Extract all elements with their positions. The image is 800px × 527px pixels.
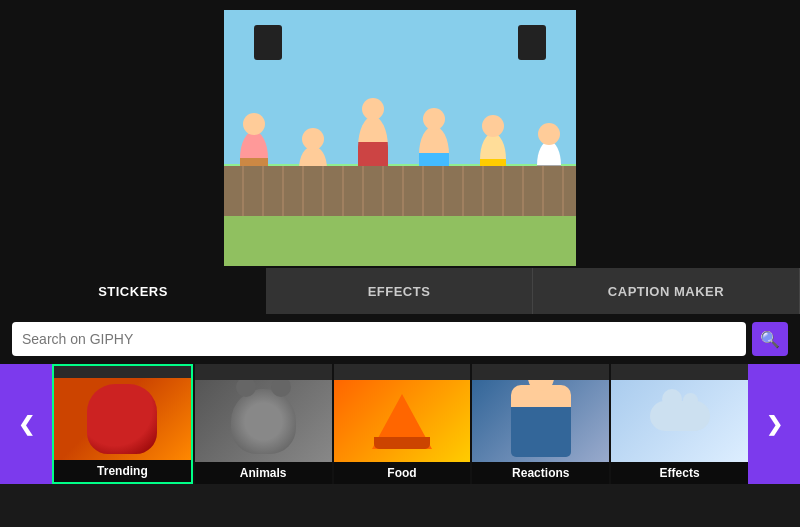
category-label-trending: Trending xyxy=(54,460,191,482)
search-input-wrap[interactable] xyxy=(12,322,746,356)
search-input[interactable] xyxy=(22,331,736,347)
animals-thumbnail-icon xyxy=(231,389,296,454)
tab-stickers[interactable]: STICKERS xyxy=(0,268,266,314)
tab-caption-maker[interactable]: CAPTION MAKER xyxy=(533,268,800,314)
reactions-thumbnail-icon xyxy=(511,385,571,457)
search-icon: 🔍 xyxy=(760,330,780,349)
categories-scroll: Trending Animals Food Reactions xyxy=(52,364,748,484)
category-thumb-food xyxy=(334,380,471,462)
category-item-reactions[interactable]: Reactions xyxy=(472,364,609,484)
category-thumb-effects xyxy=(611,380,748,462)
categories-row: ❮ Trending Animals Food xyxy=(0,364,800,484)
category-label-effects: Effects xyxy=(611,462,748,484)
cartoon-ground xyxy=(224,216,576,266)
category-item-effects[interactable]: Effects xyxy=(611,364,748,484)
cartoon-scene xyxy=(224,10,576,266)
effects-thumbnail-icon xyxy=(650,401,710,431)
category-label-reactions: Reactions xyxy=(472,462,609,484)
trending-thumbnail-icon xyxy=(87,384,157,454)
chevron-right-icon: ❯ xyxy=(766,412,783,436)
food-thumbnail-icon xyxy=(372,394,432,449)
category-thumb-trending xyxy=(54,378,191,460)
preview-image xyxy=(224,10,576,266)
category-thumb-animals xyxy=(195,380,332,462)
categories-next-button[interactable]: ❯ xyxy=(748,364,800,484)
chevron-left-icon: ❮ xyxy=(18,412,35,436)
tabs-bar: STICKERS EFFECTS CAPTION MAKER xyxy=(0,268,800,314)
gif-preview-area xyxy=(0,0,800,268)
category-item-animals[interactable]: Animals xyxy=(195,364,332,484)
search-button[interactable]: 🔍 xyxy=(752,322,788,356)
tab-effects[interactable]: EFFECTS xyxy=(266,268,533,314)
category-item-trending[interactable]: Trending xyxy=(52,364,193,484)
category-item-food[interactable]: Food xyxy=(334,364,471,484)
search-bar: 🔍 xyxy=(0,314,800,364)
speaker-left-icon xyxy=(254,25,282,60)
category-thumb-reactions xyxy=(472,380,609,462)
category-label-food: Food xyxy=(334,462,471,484)
categories-prev-button[interactable]: ❮ xyxy=(0,364,52,484)
speaker-right-icon xyxy=(518,25,546,60)
category-label-animals: Animals xyxy=(195,462,332,484)
